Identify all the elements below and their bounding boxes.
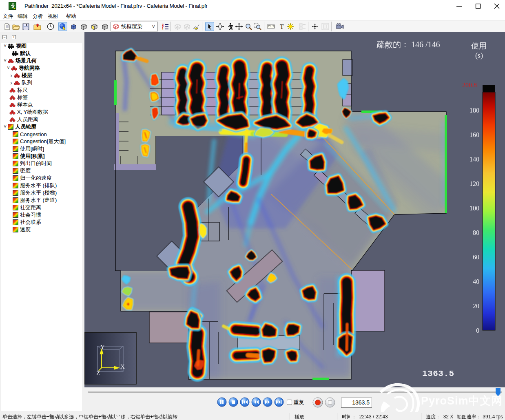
svg-text:疏散的： 146 /146: 疏散的： 146 /146	[377, 40, 440, 49]
svg-text:(s): (s)	[475, 51, 483, 60]
svg-text:160: 160	[470, 131, 479, 138]
svg-text:T: T	[280, 23, 284, 30]
svg-text:20: 20	[473, 303, 479, 309]
svg-text:140: 140	[470, 156, 479, 163]
svg-text:Z: Z	[96, 370, 100, 376]
svg-text:1363.5: 1363.5	[422, 369, 454, 378]
svg-text:使用: 使用	[471, 42, 487, 50]
svg-text:180: 180	[470, 107, 479, 114]
svg-text:Y: Y	[100, 344, 105, 350]
svg-text:X: X	[120, 363, 125, 370]
svg-text:200.8: 200.8	[462, 82, 477, 88]
svg-text:80: 80	[473, 229, 479, 236]
svg-text:100: 100	[470, 205, 479, 212]
svg-text:60: 60	[473, 254, 479, 261]
svg-text:120: 120	[470, 180, 479, 187]
svg-text:1: 1	[162, 28, 164, 30]
svg-text:0: 0	[476, 327, 479, 334]
svg-text:40: 40	[473, 278, 479, 285]
